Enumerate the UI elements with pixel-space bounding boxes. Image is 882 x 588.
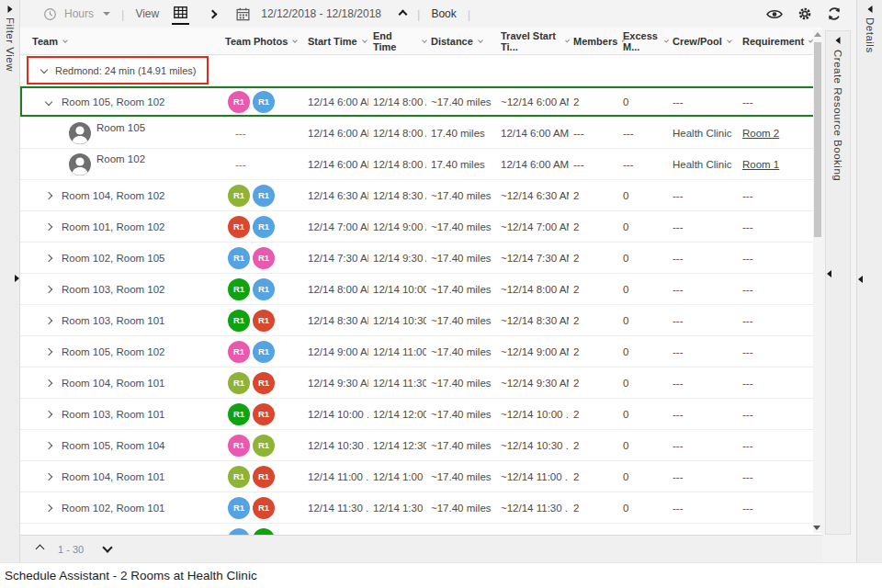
team-cell: Room 103, Room 101 bbox=[20, 305, 220, 335]
team-name: Room 105, Room 104 bbox=[62, 440, 165, 451]
team-photo-badge[interactable]: R1 bbox=[228, 497, 250, 519]
team-row[interactable]: Room 102, Room 101R1R112/14 11:30 ...12/… bbox=[20, 492, 822, 524]
requirement-value: --- bbox=[742, 190, 753, 201]
row-expand-chevron-icon[interactable] bbox=[45, 254, 52, 261]
group-expand-chevron-icon[interactable] bbox=[40, 65, 48, 73]
column-header-members[interactable]: Members bbox=[569, 28, 618, 54]
team-row[interactable]: Room 103, Room 101R1R112/14 8:30 AM12/14… bbox=[20, 305, 822, 336]
row-expand-chevron-icon[interactable] bbox=[45, 347, 52, 355]
team-row[interactable]: Room 104, Room 102R1R112/14 6:30 AM12/14… bbox=[20, 180, 822, 211]
row-expand-chevron-icon[interactable] bbox=[45, 503, 52, 511]
resource-row[interactable]: Room 102---12/14 6:00 AM12/14 8:00 AM17.… bbox=[20, 149, 822, 180]
sort-chevron-icon bbox=[362, 38, 368, 43]
left-splitter-handle-icon[interactable] bbox=[15, 275, 19, 282]
create-splitter-handle-icon[interactable] bbox=[827, 270, 831, 277]
team-photo-badge[interactable]: R1 bbox=[228, 247, 250, 269]
team-photo-badge[interactable]: R1 bbox=[228, 528, 250, 536]
team-photo-badge[interactable]: R1 bbox=[253, 497, 275, 519]
filter-panel-toggle-icon[interactable] bbox=[7, 6, 12, 13]
team-row[interactable]: Room 101, Room 102R1R112/14 7:00 AM12/14… bbox=[20, 211, 822, 243]
row-expand-chevron-icon[interactable] bbox=[45, 191, 52, 198]
previous-range-button[interactable] bbox=[209, 9, 218, 18]
team-photo-badge[interactable]: R1 bbox=[253, 372, 275, 394]
team-photo-badge[interactable]: R1 bbox=[253, 310, 275, 332]
eye-icon[interactable] bbox=[766, 8, 783, 20]
scrollbar-down-icon[interactable] bbox=[813, 526, 820, 530]
row-expand-chevron-icon[interactable] bbox=[45, 285, 52, 292]
requirement-link[interactable]: Room 1 bbox=[742, 159, 779, 170]
column-header-crew-pool[interactable]: Crew/Pool bbox=[668, 28, 738, 54]
date-range-label[interactable]: 12/12/2018 - 12/18/2018 bbox=[261, 7, 381, 20]
team-photo-badge[interactable]: R1 bbox=[253, 91, 275, 113]
column-header-team[interactable]: Team bbox=[20, 28, 220, 54]
team-photo-badge[interactable]: R1 bbox=[228, 216, 250, 238]
team-photo-badge[interactable]: R1 bbox=[228, 341, 250, 363]
team-row[interactable]: Room 102, Room 105R1R112/14 7:30 AM12/14… bbox=[20, 243, 822, 274]
team-photo-badge[interactable]: R1 bbox=[253, 528, 275, 536]
details-toggle-icon[interactable] bbox=[867, 6, 872, 13]
next-range-button[interactable] bbox=[399, 9, 408, 18]
vertical-scrollbar[interactable] bbox=[813, 29, 822, 533]
view-grid-button[interactable] bbox=[172, 4, 189, 25]
row-expand-chevron-icon[interactable] bbox=[45, 441, 52, 448]
row-expand-chevron-icon[interactable] bbox=[45, 472, 52, 480]
settings-icon[interactable] bbox=[797, 6, 812, 21]
row-expand-chevron-icon[interactable] bbox=[45, 97, 52, 105]
team-row[interactable]: Room 105, Room 102R1R112/14 6:00 AM12/14… bbox=[20, 86, 822, 118]
team-row[interactable]: Room 105, Room 102R1R112/14 9:00 AM12/14… bbox=[20, 336, 822, 368]
row-expand-chevron-icon[interactable] bbox=[45, 222, 52, 230]
team-row[interactable]: Room 105, Room 104R1R112/14 10:30 ...12/… bbox=[20, 430, 822, 461]
team-photo-badge[interactable]: R1 bbox=[253, 216, 275, 238]
crew-pool-value: --- bbox=[673, 284, 684, 295]
team-photo-badge[interactable]: R1 bbox=[253, 185, 275, 207]
team-row[interactable]: Room 104, Room 101R1R112/14 11:00 ...12/… bbox=[20, 461, 822, 492]
team-photo-badge[interactable]: R1 bbox=[228, 403, 250, 425]
crew-pool-cell: Health Clinic bbox=[668, 149, 738, 179]
team-photo-badge[interactable]: R1 bbox=[228, 278, 250, 300]
travel-start-value: 12/14 6:00 AM bbox=[501, 159, 569, 170]
team-photo-badge[interactable]: R1 bbox=[228, 185, 250, 207]
refresh-icon[interactable] bbox=[827, 6, 842, 21]
create-resource-booking-panel[interactable]: Create Resource Booking bbox=[825, 30, 851, 535]
requirement-link[interactable]: Room 2 bbox=[742, 128, 779, 139]
hours-dropdown-caret-icon[interactable] bbox=[103, 12, 110, 16]
team-row[interactable]: Room 103, Room 102R1R112/14 8:00 AM12/14… bbox=[20, 274, 822, 305]
team-photo-badge[interactable]: R1 bbox=[253, 247, 275, 269]
team-row[interactable]: Room 104, Room 101R1R112/14 9:30 AM12/14… bbox=[20, 368, 822, 399]
team-photos-cell: R1R1 bbox=[220, 274, 303, 304]
column-header-label: Members bbox=[573, 36, 617, 47]
team-photo-badge[interactable]: R1 bbox=[228, 435, 250, 457]
team-photo-badge[interactable]: R1 bbox=[253, 341, 275, 363]
team-photo-badge[interactable]: R1 bbox=[253, 435, 275, 457]
page-down-button[interactable] bbox=[102, 542, 112, 552]
column-header-excess-m[interactable]: Excess M... bbox=[618, 28, 668, 54]
team-row[interactable]: R1R1 bbox=[20, 524, 822, 535]
page-up-button[interactable] bbox=[36, 545, 45, 554]
resource-row[interactable]: Room 105---12/14 6:00 AM12/14 8:00 AM17.… bbox=[20, 118, 822, 149]
column-header-end-time[interactable]: End Time bbox=[368, 28, 426, 54]
scrollbar-thumb[interactable] bbox=[814, 42, 821, 237]
row-expand-chevron-icon[interactable] bbox=[45, 379, 52, 386]
team-photo-badge[interactable]: R1 bbox=[253, 278, 275, 300]
resource-name: Room 102 bbox=[96, 153, 145, 164]
create-booking-toggle-icon[interactable] bbox=[836, 37, 841, 44]
team-photo-badge[interactable]: R1 bbox=[228, 310, 250, 332]
details-splitter-handle-icon[interactable] bbox=[858, 276, 863, 283]
scrollbar-up-icon[interactable] bbox=[814, 32, 821, 37]
column-header-distance[interactable]: Distance bbox=[426, 28, 496, 54]
team-photo-badge[interactable]: R1 bbox=[228, 372, 250, 394]
group-row-redmond[interactable]: Redmond: 24 min (14.91 miles) bbox=[20, 55, 822, 86]
team-photo-badge[interactable]: R1 bbox=[228, 466, 250, 488]
row-expand-chevron-icon[interactable] bbox=[45, 410, 52, 417]
book-button[interactable]: Book bbox=[431, 7, 456, 20]
column-header-requirement[interactable]: Requirement bbox=[738, 28, 812, 54]
team-row[interactable]: Room 103, Room 101R1R112/14 10:00 ...12/… bbox=[20, 399, 822, 430]
team-photo-badge[interactable]: R1 bbox=[228, 91, 250, 113]
team-photo-badge[interactable]: R1 bbox=[253, 403, 275, 425]
members-cell: 2 bbox=[569, 430, 618, 460]
column-header-travel-start-ti[interactable]: Travel Start Ti... bbox=[496, 28, 569, 54]
row-expand-chevron-icon[interactable] bbox=[45, 316, 52, 323]
team-photo-badge[interactable]: R1 bbox=[253, 466, 275, 488]
column-header-team-photos[interactable]: Team Photos bbox=[220, 28, 303, 54]
column-header-start-time[interactable]: Start Time bbox=[303, 28, 368, 54]
